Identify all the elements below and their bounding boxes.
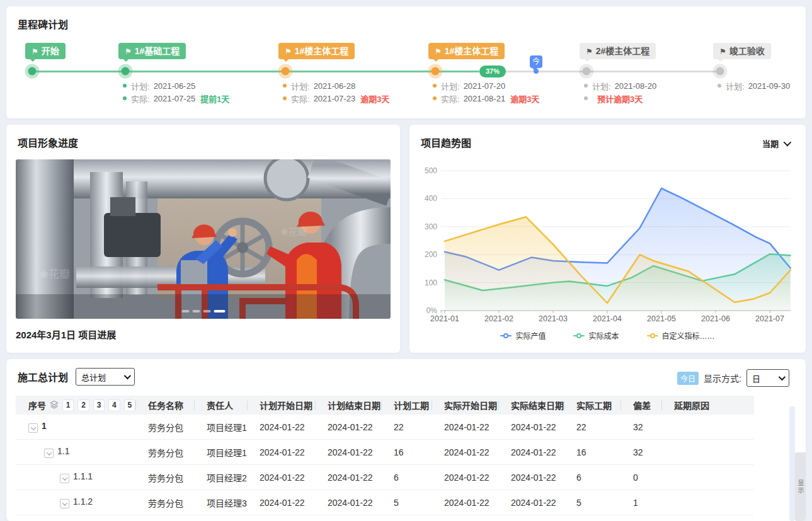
photo-caption: 2024年3月1日 项目进展 (16, 328, 116, 341)
construction-photo-illustration: ❀花瓣 ❀花瓣 (16, 159, 391, 319)
milestone-dot (432, 67, 440, 76)
carousel-dot[interactable] (203, 310, 210, 312)
project-trend-card: 项目趋势图 当期 5004003002001000%2021-012021-02… (409, 125, 806, 353)
level-button-5[interactable]: 5 (124, 399, 135, 411)
table-cell: 2024-01-22 (247, 440, 315, 465)
milestone-date-row: 计划:2021-09-30 (718, 79, 790, 92)
collapse-toggle-icon[interactable] (44, 449, 54, 458)
svg-text:2021-07: 2021-07 (755, 314, 784, 323)
legend-line-icon (573, 333, 585, 339)
column-header: 计划工期 (381, 396, 432, 415)
table-cell: 2024-01-22 (247, 415, 315, 440)
milestone-dates: 计划:2021-08-20预计逾期3天 (584, 79, 656, 105)
milestone-plan-title: 里程碑计划 (18, 16, 68, 31)
legend-item[interactable]: 自定义指标…… (647, 330, 715, 341)
table-row: 1.1劳务分包项目经理12024-01-222024-01-22162024-0… (16, 440, 754, 465)
legend-label: 实际成本 (588, 330, 619, 341)
date-value: 2021-07-20 (464, 81, 506, 91)
table-cell: 2024-01-22 (432, 465, 498, 490)
milestone-date-row: 计划:2021-08-20 (584, 79, 656, 92)
svg-text:0%: 0% (426, 306, 438, 315)
table-cell: 项目经理2 (194, 465, 247, 490)
seq-cell: 1.1.2 (16, 490, 135, 515)
carousel-dot[interactable] (192, 310, 200, 312)
svg-text:2021-05: 2021-05 (647, 314, 676, 323)
display-mode-select[interactable]: 日 (746, 369, 789, 387)
milestone-dates: 计划:2021-06-25实际:2021-07-25提前1天 (123, 79, 229, 105)
legend-line-icon (500, 333, 512, 339)
project-progress-card: 项目形象进度 (6, 125, 400, 353)
status-text: 逾期3天 (510, 93, 539, 105)
trend-chart: 5004003002001000%2021-012021-022021-0320… (409, 125, 806, 353)
table-cell: 项目经理1 (194, 440, 247, 465)
table-cell: 6 (381, 465, 432, 490)
collapse-toggle-icon[interactable] (28, 423, 38, 433)
layers-icon[interactable] (50, 400, 59, 411)
milestone-badge: ⚑1#基础工程 (118, 43, 186, 59)
table-cell: 项目经理1 (194, 415, 247, 440)
milestone-label: 开始 (42, 46, 59, 56)
chevron-down-icon (30, 425, 35, 430)
plan-type-select[interactable]: 总计划 (76, 368, 135, 386)
flag-icon: ⚑ (31, 47, 38, 56)
table-header-row: 序号12345任务名称责任人计划开始日期计划结束日期计划工期实际开始日期实际结束… (16, 396, 754, 415)
collapse-toggle-icon[interactable] (60, 474, 69, 483)
milestone-label: 1#基础工程 (135, 46, 180, 56)
milestone-badge: ⚑1#楼主体工程 (278, 43, 355, 59)
level-button-2[interactable]: 2 (77, 399, 89, 411)
legend-ring (650, 333, 655, 338)
legend-item[interactable]: 实际成本 (573, 330, 619, 341)
flag-icon: ⚑ (719, 47, 726, 56)
today-badge[interactable]: 今日 (677, 372, 699, 385)
bullet-dot-icon (433, 84, 437, 88)
date-label: 实际: (291, 93, 310, 105)
date-value: 2021-07-25 (154, 94, 196, 103)
timeline-line-done (32, 71, 479, 72)
date-value: 2021-08-21 (464, 94, 506, 103)
milestone-dot (28, 67, 37, 76)
column-header: 计划开始日期 (247, 396, 315, 415)
column-header: 责任人 (194, 396, 247, 415)
table-row: 1劳务分包项目经理12024-01-222024-01-22222024-01-… (16, 415, 754, 440)
table-cell: 2024-01-22 (498, 440, 564, 465)
table-cell: 2024-01-22 (498, 415, 564, 440)
milestone-dot (282, 67, 290, 76)
milestone-badge: ⚑开始 (25, 43, 66, 59)
table-cell: 劳务分包 (135, 415, 194, 440)
deviation-cell: 1 (620, 490, 661, 515)
bullet-dot-icon (584, 96, 588, 100)
progress-pill: 37% (479, 66, 506, 77)
collapse-toggle-icon[interactable] (60, 499, 69, 508)
carousel-dot[interactable] (214, 310, 225, 312)
svg-text:100: 100 (425, 278, 437, 287)
table-cell (661, 415, 754, 440)
plan-table: 序号12345任务名称责任人计划开始日期计划结束日期计划工期实际开始日期实际结束… (16, 396, 754, 515)
chevron-down-icon (46, 450, 51, 455)
level-button-4[interactable]: 4 (108, 399, 120, 411)
carousel-dot[interactable] (181, 310, 189, 312)
display-side-tab-label: 显示 (796, 479, 805, 495)
display-side-tab[interactable]: 显示 (795, 452, 806, 521)
legend-ring (576, 333, 581, 338)
seq-header: 序号12345 (28, 399, 135, 411)
project-progress-title: 项目形象进度 (18, 135, 78, 150)
milestone-dates: 计划:2021-06-28实际:2021-07-23逾期3天 (283, 79, 389, 105)
date-label: 计划: (291, 80, 310, 92)
vertical-scrollbar[interactable] (789, 406, 795, 521)
milestone-dates: 计划:2021-07-20实际:2021-08-21逾期3天 (433, 79, 539, 105)
plan-type-select-value: 总计划 (81, 371, 106, 383)
level-button-3[interactable]: 3 (93, 399, 105, 411)
milestone-date-row: 计划:2021-06-28 (283, 79, 389, 92)
table-cell: 2024-01-22 (247, 490, 315, 515)
level-button-1[interactable]: 1 (62, 399, 74, 411)
chevron-down-icon (779, 374, 786, 381)
plan-toolbar: 施工总计划 总计划 (18, 368, 135, 386)
seq-number: 1.1.1 (73, 471, 93, 481)
construction-plan-card: 施工总计划 总计划 今日 显示方式: 日 序号12345任务名称责任人计划开始日… (6, 359, 806, 521)
svg-text:400: 400 (425, 194, 437, 203)
legend-item[interactable]: 实际产值 (500, 330, 546, 341)
timeline-line-todo (498, 71, 720, 72)
date-value: 2021-06-25 (154, 81, 196, 91)
date-label: 计划: (726, 80, 745, 92)
milestone-badge: ⚑1#楼主体工程 (428, 43, 505, 59)
